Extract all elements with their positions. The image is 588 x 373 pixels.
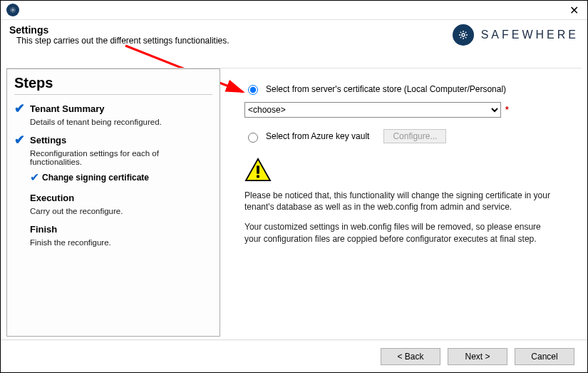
check-icon: ✔ [30, 170, 39, 184]
brand: SAFEWHERE [453, 24, 579, 46]
back-button[interactable]: < Back [381, 348, 440, 365]
configure-button: Configure... [383, 129, 446, 143]
option-azure-label: Select from Azure key vault [266, 131, 369, 141]
body: Steps ✔ Tenant Summary Details of tenant… [6, 68, 582, 337]
sidebar-heading: Steps [14, 75, 212, 95]
step-execution: ✔ Execution Carry out the reconfigure. [14, 190, 212, 215]
svg-rect-4 [257, 175, 259, 178]
step-desc: Carry out the reconfigure. [30, 207, 212, 215]
step-settings: ✔ Settings Reconfiguration settings for … [14, 132, 212, 184]
step-desc: Reconfiguration settings for each of fun… [30, 149, 212, 166]
radio-azure-vault[interactable] [248, 133, 258, 143]
content: Select from server's certificate store (… [220, 68, 582, 337]
substep-label: Change signing certificate [42, 173, 149, 183]
step-tenant-summary: ✔ Tenant Summary Details of tenant being… [14, 101, 212, 126]
app-icon [6, 4, 19, 16]
page-title: Settings [9, 24, 229, 36]
brand-icon [453, 24, 474, 46]
check-icon: ✔ [14, 132, 27, 148]
check-icon: ✔ [14, 101, 27, 116]
step-desc: Details of tenant being reconfigured. [30, 118, 212, 126]
cancel-button[interactable]: Cancel [515, 348, 574, 365]
warning-text-1: Please be noticed that, this functionali… [244, 190, 551, 213]
svg-rect-3 [257, 165, 259, 173]
brand-text: SAFEWHERE [481, 29, 579, 41]
close-icon[interactable]: ✕ [567, 4, 582, 17]
steps-sidebar: Steps ✔ Tenant Summary Details of tenant… [6, 68, 220, 337]
certificate-select[interactable]: <choose> [244, 102, 501, 118]
step-title: Finish [30, 224, 57, 235]
step-title: Execution [30, 193, 74, 203]
option-azure-vault[interactable]: Select from Azure key vault Configure... [244, 129, 567, 143]
footer: < Back Next > Cancel [1, 339, 587, 372]
warning-icon [244, 158, 272, 184]
svg-point-1 [462, 34, 465, 36]
svg-point-0 [12, 9, 14, 11]
next-button[interactable]: Next > [448, 348, 507, 365]
step-title: Tenant Summary [30, 103, 105, 114]
warning-text-2: Your customized settings in web.config f… [244, 221, 551, 244]
option-server-store[interactable]: Select from server's certificate store (… [244, 83, 567, 95]
option-server-label: Select from server's certificate store (… [266, 84, 506, 94]
step-desc: Finish the reconfigure. [30, 238, 212, 247]
substep-change-signing-cert: ✔ Change signing certificate [30, 170, 212, 184]
required-indicator: * [505, 105, 509, 115]
radio-server-store[interactable] [248, 85, 258, 95]
dialog-window: ✕ Settings This step carries out the dif… [0, 0, 588, 373]
header: Settings This step carries out the diffe… [1, 20, 587, 53]
step-finish: ✔ Finish Finish the reconfigure. [14, 221, 212, 247]
titlebar: ✕ [1, 1, 587, 20]
warning-block: Please be noticed that, this functionali… [244, 158, 567, 245]
page-subtitle: This step carries out the different sett… [16, 36, 229, 46]
step-title: Settings [30, 135, 66, 145]
